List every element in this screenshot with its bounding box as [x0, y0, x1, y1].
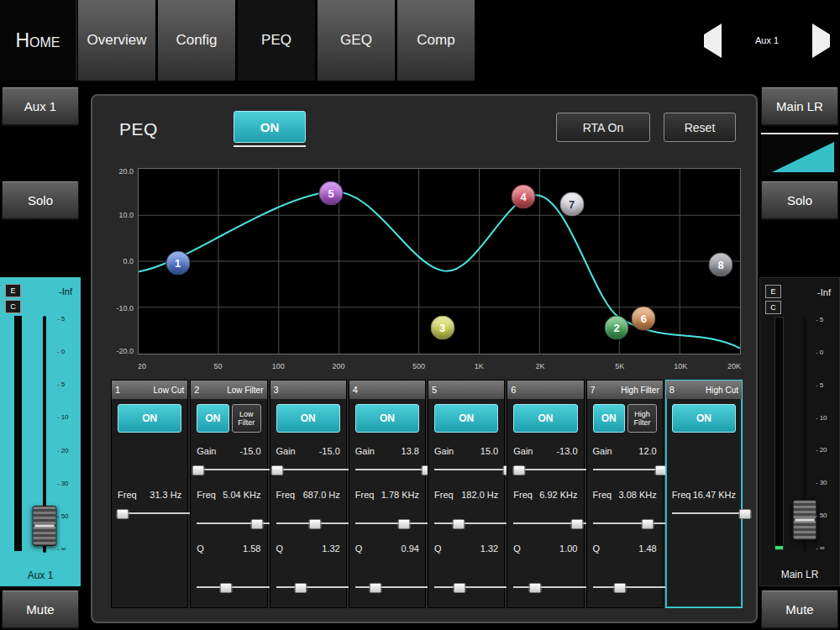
slider-handle[interactable]: [571, 519, 584, 529]
eq-point-2[interactable]: 2: [605, 316, 629, 340]
slider-handle[interactable]: [452, 519, 465, 529]
tab-geq[interactable]: GEQ: [318, 0, 395, 81]
scale-mark: 0: [816, 349, 837, 356]
q-slider[interactable]: [276, 582, 352, 592]
fader-handle[interactable]: [33, 506, 57, 546]
peq-band-3[interactable]: 3 ON Gain -15.0 Freq 687.0 Hz: [270, 380, 347, 608]
low-filter-button[interactable]: Low Filter: [232, 404, 261, 433]
peq-on-button[interactable]: ON: [234, 111, 306, 143]
slider-track: [434, 522, 510, 524]
slider-handle[interactable]: [513, 465, 526, 475]
eq-badge[interactable]: E: [765, 285, 781, 298]
eq-point-1[interactable]: 1: [165, 251, 190, 276]
slider-handle[interactable]: [219, 583, 232, 593]
slider-handle[interactable]: [308, 519, 321, 529]
eq-point-4[interactable]: 4: [512, 185, 536, 209]
eq-badge[interactable]: E: [5, 284, 21, 297]
eq-point-7[interactable]: 7: [559, 192, 584, 216]
peq-band-8[interactable]: 8 High Cut ON Freq 16.47 KHz: [665, 380, 743, 608]
peq-band-4[interactable]: 4 ON Gain 13.8 Freq 1.78 KHz: [349, 380, 426, 608]
freq-slider[interactable]: [276, 518, 352, 528]
slider-handle[interactable]: [116, 509, 129, 519]
band-on-button[interactable]: ON: [593, 404, 626, 433]
peq-band-7[interactable]: 7 High Filter ON High Filter Gain 12.0 F…: [586, 380, 664, 608]
freq-slider[interactable]: [355, 518, 431, 528]
q-slider[interactable]: [355, 582, 431, 592]
tab-overview[interactable]: Overview: [78, 0, 155, 81]
band-number: 7: [591, 385, 596, 395]
slider-handle[interactable]: [192, 465, 205, 475]
solo-button[interactable]: Solo: [761, 181, 838, 220]
freq-slider[interactable]: [593, 518, 669, 528]
main-lr-select-button[interactable]: Main LR: [761, 87, 838, 126]
channel-fader[interactable]: [30, 316, 59, 553]
slider-handle[interactable]: [398, 519, 411, 529]
freq-slider[interactable]: [513, 518, 589, 528]
slider-handle[interactable]: [370, 583, 382, 593]
gain-slider[interactable]: [276, 465, 352, 475]
eq-point-5[interactable]: 5: [319, 181, 344, 205]
band-on-button[interactable]: ON: [118, 404, 181, 433]
peq-band-5[interactable]: 5 ON Gain 15.0 Freq 182.0 Hz: [428, 380, 505, 608]
gain-slider[interactable]: [513, 465, 589, 475]
mute-button[interactable]: Mute: [761, 590, 838, 629]
freq-label: Freq: [118, 490, 137, 500]
freq-slider[interactable]: [434, 518, 510, 528]
slider-handle[interactable]: [453, 583, 465, 593]
band-on-button[interactable]: ON: [197, 404, 229, 433]
freq-slider[interactable]: [672, 508, 748, 518]
slider-track: [197, 586, 272, 588]
main-fader[interactable]: [790, 317, 819, 552]
mute-button[interactable]: Mute: [2, 590, 79, 629]
peq-band-6[interactable]: 6 ON Gain -13.0 Freq 6.92 KHz: [507, 380, 584, 608]
slider-handle[interactable]: [295, 583, 307, 593]
slider-handle[interactable]: [251, 519, 264, 529]
tab-peq[interactable]: PEQ: [238, 0, 315, 81]
eq-curve-area[interactable]: 1 2 3 4 5 6 7 8: [138, 168, 741, 354]
peq-band-1[interactable]: 1 Low Cut ON Freq 31.3 Hz: [111, 380, 188, 608]
gain-slider[interactable]: [434, 465, 510, 475]
q-slider[interactable]: [434, 582, 510, 592]
prev-channel-button[interactable]: [704, 34, 722, 47]
slider-handle[interactable]: [271, 465, 284, 475]
level-readout: -Inf: [59, 286, 72, 297]
comp-badge[interactable]: C: [5, 300, 21, 313]
peq-band-2[interactable]: 2 Low Filter ON Low Filter Gain -15.0 Fr…: [190, 380, 267, 608]
band-on-button[interactable]: ON: [513, 404, 577, 433]
gain-slider[interactable]: [593, 465, 669, 475]
fader-handle[interactable]: [793, 500, 817, 540]
band-on-button[interactable]: ON: [355, 404, 419, 433]
slider-handle[interactable]: [642, 519, 654, 529]
comp-badge[interactable]: C: [765, 301, 781, 314]
tab-comp[interactable]: Comp: [397, 0, 475, 81]
slider-handle[interactable]: [529, 583, 542, 593]
rta-on-button[interactable]: RTA On: [556, 113, 650, 142]
channel-select-button[interactable]: Aux 1: [2, 87, 79, 126]
q-slider[interactable]: [197, 582, 272, 592]
band-on-button[interactable]: ON: [672, 404, 736, 433]
slider-handle[interactable]: [739, 509, 752, 519]
tab-config[interactable]: Config: [158, 0, 235, 81]
band-on-button[interactable]: ON: [276, 404, 340, 433]
left-arrow-icon: [704, 24, 722, 58]
slider-handle[interactable]: [613, 583, 626, 593]
band-number: 5: [432, 385, 437, 395]
band-number: 8: [669, 385, 675, 395]
solo-button[interactable]: Solo: [2, 181, 79, 220]
eq-point-8[interactable]: 8: [709, 253, 733, 277]
q-slider[interactable]: [593, 582, 669, 592]
gain-label: Gain: [276, 446, 296, 456]
gain-value: -15.0: [239, 446, 260, 456]
peq-on-tab: ON: [234, 111, 306, 147]
reset-button[interactable]: Reset: [664, 113, 736, 142]
high-filter-button[interactable]: High Filter: [627, 404, 657, 433]
freq-slider[interactable]: [118, 508, 193, 518]
freq-slider[interactable]: [197, 518, 272, 528]
band-on-button[interactable]: ON: [434, 404, 498, 433]
eq-point-6[interactable]: 6: [632, 307, 656, 331]
level-meter: [14, 316, 22, 551]
eq-point-3[interactable]: 3: [430, 316, 454, 340]
q-slider[interactable]: [513, 582, 589, 592]
gain-slider[interactable]: [197, 465, 272, 475]
gain-slider[interactable]: [355, 465, 431, 475]
